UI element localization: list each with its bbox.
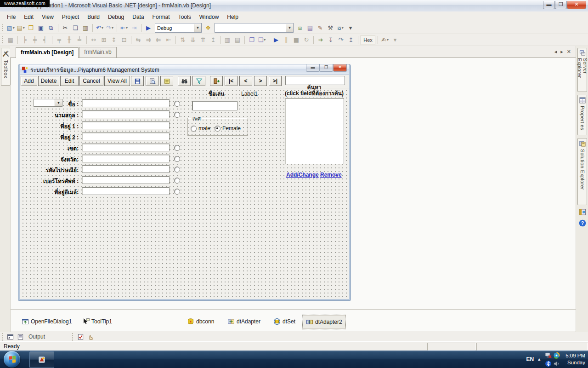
tab-frmmain-vb-design-[interactable]: frmMain.vb [Design] — [16, 47, 79, 58]
find-record-icon[interactable] — [178, 76, 191, 86]
field-radio-button[interactable] — [174, 189, 180, 195]
design-surface[interactable]: ระบบบริหารข้อมูล...Piyaphum6 Management … — [11, 58, 576, 309]
command-window-icon[interactable] — [6, 333, 15, 341]
remove-horizontal-spacing-icon[interactable]: ⇤ — [164, 35, 173, 45]
toolbox-tab[interactable]: Toolbox — [1, 48, 11, 86]
increase-horizontal-spacing-icon[interactable]: ⇉ — [144, 35, 153, 45]
field-textbox[interactable] — [82, 99, 170, 107]
chevron-down-icon[interactable]: ▾ — [387, 38, 389, 42]
print-preview-icon[interactable] — [146, 76, 158, 86]
size-to-grid-icon[interactable]: ⊞ — [99, 35, 108, 45]
snap-to-grid-icon[interactable]: ▦ — [6, 35, 15, 45]
step-over-icon[interactable]: ↷ — [336, 35, 345, 45]
menu-format[interactable]: Format — [148, 12, 174, 22]
chevron-down-icon[interactable]: ▼ — [286, 24, 293, 32]
menu-data[interactable]: Data — [128, 12, 148, 22]
tray-item-openfiledialog1[interactable]: OpenFileDialog1 — [19, 315, 74, 328]
search-combobox[interactable]: ▼ — [215, 23, 294, 33]
tray-item-dtadapter2[interactable]: dtAdapter2 — [303, 315, 345, 329]
start-button[interactable] — [4, 351, 20, 368]
toolbar-grip[interactable] — [1, 333, 4, 341]
index-icon[interactable] — [578, 208, 587, 216]
tray-item-dtset[interactable]: dtSet — [271, 315, 298, 328]
clock[interactable]: 5:09 PM Sunday — [565, 352, 585, 366]
toolbar-options-icon[interactable]: ▾ — [390, 35, 400, 45]
menu-tools[interactable]: Tools — [174, 12, 195, 22]
menu-help[interactable]: Help — [223, 12, 243, 22]
redo-icon[interactable]: ↷▾ — [105, 23, 114, 33]
add-button[interactable]: Add — [21, 76, 37, 86]
navigate-backward-icon[interactable]: ⇤▾ — [119, 23, 129, 33]
align-lefts-icon[interactable]: ╞ — [20, 35, 29, 45]
exit-icon[interactable] — [210, 76, 223, 86]
undo-icon[interactable]: ↶▾ — [95, 23, 104, 33]
gender-radio-female[interactable] — [215, 126, 220, 132]
output-window-icon[interactable] — [16, 333, 25, 341]
field-textbox[interactable] — [82, 187, 170, 195]
chevron-down-icon[interactable]: ▾ — [342, 26, 344, 30]
chevron-down-icon[interactable]: ▾ — [23, 26, 25, 30]
new-project-icon[interactable]: ▧▾ — [6, 23, 15, 33]
form-close-button[interactable]: ✕ — [333, 64, 347, 72]
filter-icon[interactable] — [192, 76, 205, 86]
chevron-down-icon[interactable]: ▾ — [126, 26, 128, 30]
field-radio-button[interactable] — [174, 178, 180, 184]
menu-window[interactable]: Window — [195, 12, 223, 22]
designed-form-titlebar[interactable]: ระบบบริหารข้อมูล...Piyaphum6 Management … — [20, 64, 349, 75]
memo-icon[interactable] — [160, 76, 173, 86]
toolbar-grip[interactable] — [72, 333, 74, 341]
maximize-button[interactable]: ❐ — [555, 1, 567, 9]
close-button[interactable]: ✕ — [567, 1, 586, 9]
pointer-hand-icon[interactable] — [86, 333, 95, 341]
align-rights-icon[interactable]: ╡ — [40, 35, 50, 45]
menu-debug[interactable]: Debug — [104, 12, 128, 22]
record-search-textbox[interactable] — [285, 76, 345, 85]
align-bottoms-icon[interactable]: ╧ — [75, 35, 84, 45]
chevron-down-icon[interactable]: ▾ — [112, 26, 113, 30]
stop-debugging-icon[interactable]: ■ — [292, 35, 301, 45]
send-to-back-icon[interactable]: ❏▾ — [257, 35, 266, 45]
gender-radio-male[interactable] — [191, 126, 197, 132]
properties-window-icon[interactable]: ▤ — [305, 23, 315, 33]
class-view-icon[interactable]: ⧇▾ — [336, 23, 345, 33]
tray-item-dbconn[interactable]: dbconn — [184, 315, 217, 328]
tab-frmmain-vb[interactable]: frmMain.vb — [79, 47, 116, 58]
decrease-horizontal-spacing-icon[interactable]: ⇇ — [154, 35, 163, 45]
form-minimize-button[interactable]: ▬ — [306, 64, 320, 72]
make-same-height-icon[interactable]: ↕ — [109, 35, 119, 45]
step-out-icon[interactable]: ↥ — [346, 35, 356, 45]
search-field-listbox[interactable] — [285, 98, 344, 164]
show-next-statement-icon[interactable]: ➜ — [316, 35, 325, 45]
toolbar-options-icon[interactable]: ▾ — [346, 23, 355, 33]
field-textbox[interactable] — [82, 176, 170, 184]
cancel-button[interactable]: Cancel — [79, 76, 103, 86]
delete-button[interactable]: Delete — [38, 76, 59, 86]
menu-build[interactable]: Build — [83, 12, 104, 22]
tray-item-dtadapter[interactable]: dtAdapter — [225, 315, 263, 328]
cut-icon[interactable]: ✂ — [61, 23, 70, 33]
form-maximize-button[interactable]: ❐ — [319, 64, 333, 72]
menu-view[interactable]: View — [38, 12, 58, 22]
breakpoint-hand-icon[interactable]: ✍▾ — [380, 35, 390, 45]
minimize-button[interactable]: ▬ — [543, 1, 555, 9]
tab-close-icon[interactable]: ✕ — [567, 49, 571, 55]
chevron-down-icon[interactable]: ▾ — [264, 38, 266, 42]
bluetooth-icon[interactable] — [545, 360, 552, 367]
menu-file[interactable]: File — [3, 12, 20, 22]
start-icon[interactable]: ▶ — [271, 35, 281, 45]
increase-vertical-spacing-icon[interactable]: ⇊ — [188, 35, 198, 45]
equal-horizontal-spacing-icon[interactable]: ⇆ — [134, 35, 143, 45]
find-in-files-icon[interactable]: ❖ — [204, 23, 213, 33]
chevron-down-icon[interactable]: ▾ — [102, 26, 103, 30]
move-next-button[interactable]: > — [254, 76, 267, 86]
open-file-icon[interactable]: ❒ — [26, 23, 35, 33]
copy-icon[interactable]: ❏ — [71, 23, 80, 33]
chevron-down-icon[interactable]: ▾ — [13, 26, 15, 30]
color-orb-icon[interactable] — [553, 352, 560, 359]
equal-vertical-spacing-icon[interactable]: ⇅ — [178, 35, 187, 45]
field-textbox[interactable] — [82, 165, 170, 173]
solution-explorer-tab[interactable]: Solution Explorer — [577, 138, 587, 205]
server-explorer-tab[interactable]: Server Explorer — [577, 48, 587, 92]
properties-tab[interactable]: Properties — [577, 95, 587, 135]
view-all-button[interactable]: View All — [104, 76, 130, 86]
